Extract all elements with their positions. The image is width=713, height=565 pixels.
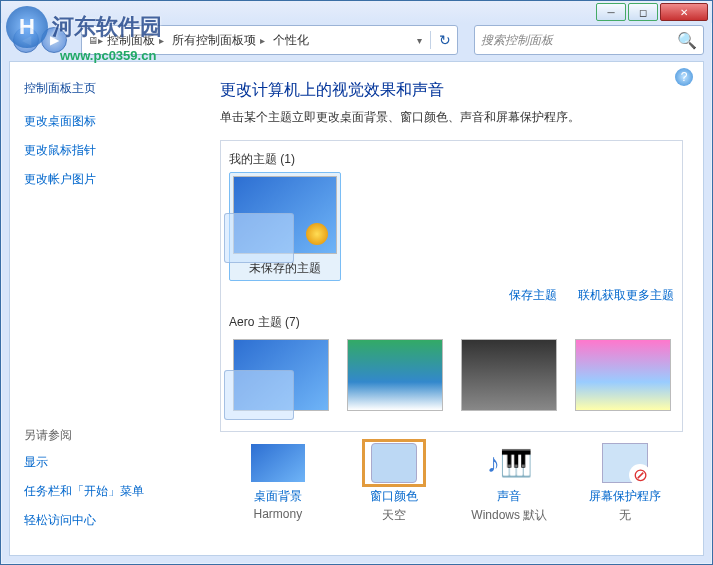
see-also-display[interactable]: 显示 — [24, 454, 186, 471]
save-theme-link[interactable]: 保存主题 — [509, 288, 557, 302]
aero-theme-1[interactable] — [343, 335, 447, 421]
search-input[interactable] — [481, 33, 677, 47]
close-button[interactable]: ✕ — [660, 3, 708, 21]
aero-theme-0[interactable] — [229, 335, 333, 421]
maximize-button[interactable]: ◻ — [628, 3, 658, 21]
themes-list[interactable]: 我的主题 (1) 未保存的主题 保存主题 联机获取更多主题 Aero 主题 (7… — [220, 140, 683, 432]
crumb-1[interactable]: 所有控制面板项▸ — [168, 26, 269, 54]
search-icon[interactable]: 🔍 — [677, 31, 697, 50]
theme-unsaved[interactable]: 未保存的主题 — [229, 172, 341, 281]
control-panel-window: ─ ◻ ✕ ◀ ▶ 🖥 ▸ 控制面板▸ 所有控制面板项▸ 个性化 ▾ ↻ 🔍 — [0, 0, 713, 565]
page-title: 更改计算机上的视觉效果和声音 — [220, 80, 683, 101]
window-color-setting[interactable]: 窗口颜色 天空 — [344, 442, 444, 524]
see-also-ease-of-access[interactable]: 轻松访问中心 — [24, 512, 186, 529]
see-also-header: 另请参阅 — [24, 427, 186, 444]
search-box[interactable]: 🔍 — [474, 25, 704, 55]
screensaver-setting[interactable]: 屏幕保护程序 无 — [575, 442, 675, 524]
watermark-url: www.pc0359.cn — [60, 48, 156, 63]
control-panel-home[interactable]: 控制面板主页 — [24, 80, 186, 97]
aero-theme-2[interactable] — [457, 335, 561, 421]
see-also-taskbar[interactable]: 任务栏和「开始」菜单 — [24, 483, 186, 500]
see-also: 另请参阅 显示 任务栏和「开始」菜单 轻松访问中心 — [24, 427, 186, 541]
sidebar: 控制面板主页 更改桌面图标 更改鼠标指针 更改帐户图片 另请参阅 显示 任务栏和… — [10, 62, 200, 555]
content-area: 控制面板主页 更改桌面图标 更改鼠标指针 更改帐户图片 另请参阅 显示 任务栏和… — [9, 61, 704, 556]
window-color-icon — [371, 443, 417, 483]
personalization-settings: 桌面背景 Harmony 窗口颜色 天空 ♪🎹 声音 Windows 默认 屏幕… — [220, 432, 683, 524]
minimize-button[interactable]: ─ — [596, 3, 626, 21]
refresh-button[interactable]: ↻ — [433, 28, 457, 52]
sidebar-link-account-picture[interactable]: 更改帐户图片 — [24, 171, 186, 188]
sounds-setting[interactable]: ♪🎹 声音 Windows 默认 — [459, 442, 559, 524]
my-themes-header: 我的主题 (1) — [229, 151, 674, 168]
history-dropdown[interactable]: ▾ — [411, 35, 428, 46]
sidebar-link-desktop-icons[interactable]: 更改桌面图标 — [24, 113, 186, 130]
computer-icon: 🖥 — [88, 35, 98, 46]
sidebar-link-mouse-pointers[interactable]: 更改鼠标指针 — [24, 142, 186, 159]
screensaver-icon — [602, 443, 648, 483]
sound-icon: ♪🎹 — [487, 448, 532, 479]
crumb-2[interactable]: 个性化 — [269, 26, 313, 54]
back-button[interactable]: ◀ — [13, 27, 39, 53]
page-subtitle: 单击某个主题立即更改桌面背景、窗口颜色、声音和屏幕保护程序。 — [220, 109, 683, 126]
theme-actions: 保存主题 联机获取更多主题 — [229, 287, 674, 304]
theme-thumbnail — [233, 176, 337, 254]
titlebar: ─ ◻ ✕ — [1, 1, 712, 23]
main-panel: ? 更改计算机上的视觉效果和声音 单击某个主题立即更改桌面背景、窗口颜色、声音和… — [200, 62, 703, 555]
desktop-background-setting[interactable]: 桌面背景 Harmony — [228, 442, 328, 524]
desktop-bg-icon — [251, 444, 305, 482]
aero-themes-header: Aero 主题 (7) — [229, 314, 674, 331]
aero-theme-3[interactable] — [571, 335, 675, 421]
help-icon[interactable]: ? — [675, 68, 693, 86]
get-more-themes-link[interactable]: 联机获取更多主题 — [578, 288, 674, 302]
